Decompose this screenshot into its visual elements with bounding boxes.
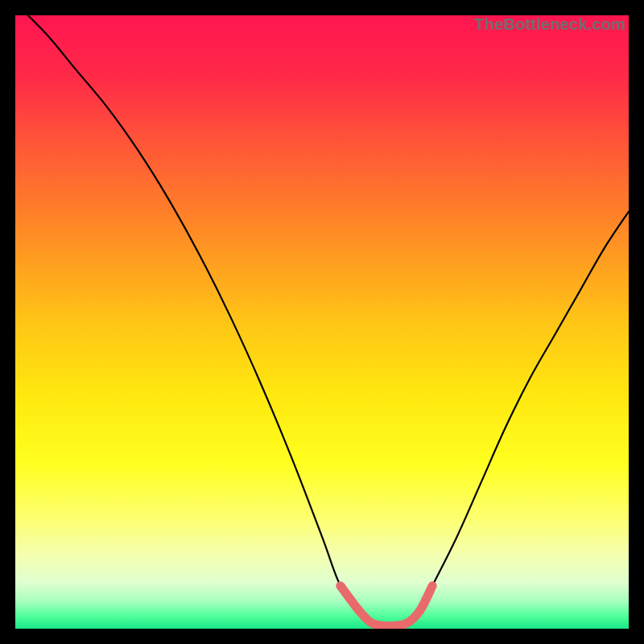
chart-svg [15, 15, 629, 629]
watermark-text: TheBottleneck.com [474, 15, 625, 34]
chart-frame: TheBottleneck.com [0, 0, 644, 644]
chart-plot-area: TheBottleneck.com [15, 15, 629, 629]
